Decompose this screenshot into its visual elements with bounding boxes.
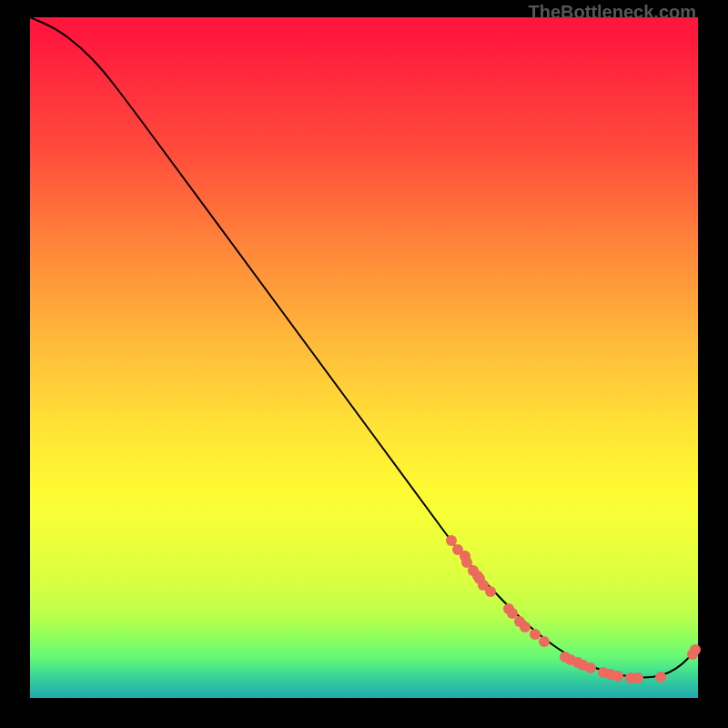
data-point-marker bbox=[485, 586, 496, 597]
plot-area bbox=[30, 17, 698, 698]
data-point-marker bbox=[655, 672, 666, 682]
data-point-marker bbox=[530, 629, 541, 640]
data-point-marker bbox=[585, 662, 596, 673]
bottleneck-curve bbox=[30, 17, 698, 677]
data-point-marker bbox=[539, 636, 550, 647]
data-point-marker bbox=[690, 644, 701, 655]
data-point-marker bbox=[446, 535, 457, 546]
data-point-marker bbox=[507, 608, 518, 619]
data-point-marker bbox=[612, 671, 623, 682]
curve-layer bbox=[30, 17, 698, 698]
data-point-marker bbox=[520, 622, 531, 632]
chart-root: TheBottleneck.com bbox=[0, 0, 728, 728]
marker-group bbox=[446, 535, 701, 683]
data-point-marker bbox=[632, 672, 643, 683]
